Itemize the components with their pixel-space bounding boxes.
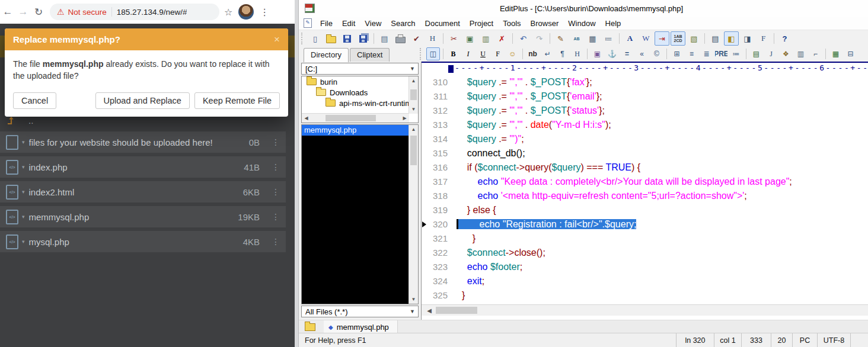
titlebar[interactable]: EditPlus - [C:\Users\burin\Downloads\mem… [299,0,868,17]
special-character-icon[interactable]: « [635,47,649,60]
print-preview-icon[interactable]: ▤ [377,31,392,46]
tab-settings-icon[interactable]: ⇥ [655,31,669,46]
bold-icon[interactable]: B [446,47,460,60]
pre-tag-icon[interactable]: PRE [714,47,728,60]
file-row[interactable]: </>▾index2.html6KB⋮ [0,181,286,203]
row-menu-icon[interactable]: ⋮ [272,187,280,197]
div-right-icon[interactable]: ≣ [700,47,713,60]
menu-file[interactable]: File [315,19,337,28]
cut-icon[interactable]: ✂ [446,31,461,46]
tree-vertical-scrollbar[interactable]: ▲ ▼ [409,76,418,114]
copy-icon[interactable]: ▣ [462,31,477,46]
bookmark-star-icon[interactable]: ☆ [224,7,232,18]
back-icon[interactable]: ← [0,6,15,18]
paragraph-tag-icon[interactable]: ¶ [556,47,569,60]
drive-select[interactable]: [C:] ▼ [301,63,419,75]
tree-node[interactable]: burin [302,76,409,87]
chevron-down-icon[interactable]: ▾ [22,139,25,145]
file-row[interactable]: ▾files for your website should be upload… [0,131,286,153]
code-line[interactable]: 319 } else { [422,203,868,217]
scroll-up-icon[interactable]: ▲ [409,125,418,134]
directory-window-icon[interactable]: ◧ [724,31,739,46]
chevron-down-icon[interactable]: ▾ [22,189,25,195]
code-line[interactable]: 312 $query .= "','" . $_POST{'status'}; [422,104,868,118]
menu-window[interactable]: Window [563,19,600,28]
tree-horizontal-scrollbar[interactable]: ◀ ▶ [302,113,409,123]
cliptext-window-icon[interactable]: ◨ [740,31,755,46]
browser-menu-icon[interactable]: ⋮ [260,7,269,18]
profile-avatar[interactable] [238,4,254,20]
script-tag-icon[interactable]: ▤ [749,47,763,60]
row-menu-icon[interactable]: ⋮ [272,137,280,147]
code-line[interactable]: 317 echo "Keep data : completely<br/>You… [422,175,868,189]
image-tag-icon[interactable]: ▣ [591,47,604,60]
table-tag-icon[interactable]: ⊞ [670,47,684,60]
scroll-right-icon[interactable]: ▶ [400,114,409,123]
list-tag-icon[interactable]: ≔ [729,47,743,60]
code-line[interactable]: 314 $query .= "')"; [422,132,868,146]
underline-icon[interactable]: U [476,47,490,60]
javascript-tag-icon[interactable]: J [764,47,778,60]
hex-view-icon[interactable]: H [425,31,440,46]
cancel-button[interactable]: Cancel [13,92,56,109]
file-row[interactable]: </>▾index.php41B⋮ [0,156,286,178]
end-tag-icon[interactable]: ⌐ [809,47,822,60]
spell-check-icon[interactable]: ✔ [409,31,424,46]
tree-node[interactable]: api-ms-win-crt-runtim [302,98,409,108]
file-row[interactable]: </>▾mysql.php4KB⋮ [0,231,286,252]
tree-node[interactable]: Downloads [302,87,409,98]
save-icon[interactable] [340,31,355,46]
code-line[interactable]: 320 echo "Registration : fail<br/>".$que… [422,217,868,232]
code-line[interactable]: 323 echo $footer; [422,260,868,274]
row-menu-icon[interactable]: ⋮ [272,237,280,246]
upload-and-replace-button[interactable]: Upload and Replace [95,92,190,109]
context-help-icon[interactable]: ? [777,31,792,46]
nbsp-tag-icon[interactable]: nb [526,47,540,60]
code-line[interactable]: 321 } [422,232,868,246]
delete-icon[interactable]: ✗ [494,31,509,46]
chevron-down-icon[interactable]: ▾ [22,214,25,220]
tree-hscroll-thumb[interactable] [326,115,376,121]
sort-lines-icon[interactable]: ≔ [601,31,616,46]
open-file-icon[interactable] [324,31,339,46]
row-menu-icon[interactable]: ⋮ [272,162,280,172]
toolbar-drag-handle-2[interactable] [420,48,423,60]
row-menu-icon[interactable]: ⋮ [272,212,280,221]
line-break-tag-icon[interactable]: ↵ [541,47,554,60]
new-document-icon[interactable]: ▯ [308,31,323,46]
set-font-icon[interactable]: A [623,31,637,46]
frame-tag-icon[interactable]: ⊟ [844,47,857,60]
chevron-down-icon[interactable]: ▾ [22,239,25,245]
tab-directory[interactable]: Directory [304,48,349,62]
document-icon[interactable]: ✎ [304,18,312,28]
output-window-icon[interactable]: ▤ [708,31,723,46]
menu-project[interactable]: Project [465,19,498,28]
menu-tools[interactable]: Tools [498,19,525,28]
tree-vscroll-thumb[interactable] [410,89,417,100]
code-line[interactable]: 322 $connect->close(); [422,246,868,260]
redo-icon[interactable]: ↷ [532,31,547,46]
print-icon[interactable] [393,31,408,46]
code-line[interactable]: 311 $query .= "','" . $_POST{'email'}; [422,89,868,104]
scroll-left-icon[interactable]: ◀ [424,305,435,316]
font-tag-icon[interactable]: F [491,47,505,60]
menu-help[interactable]: Help [601,19,626,28]
find-replace-icon[interactable]: AB [569,31,584,46]
applet-tag-icon[interactable]: ❖ [779,47,793,60]
scroll-down-icon[interactable]: ▼ [409,105,418,114]
editor-hscroll-thumb[interactable] [436,307,477,314]
undo-icon[interactable]: ↶ [516,31,531,46]
code-line[interactable]: 313 $query .= "','" . date("Y-m-d H:i:s"… [422,118,868,132]
reload-icon[interactable]: ↻ [31,6,46,18]
view-in-browser-icon[interactable]: ◫ [426,47,440,60]
folder-icon[interactable] [305,323,315,331]
file-row[interactable]: </>▾memmysql.php19KB⋮ [0,206,286,227]
security-label[interactable]: Not secure [68,8,107,17]
italic-icon[interactable]: I [461,47,475,60]
scroll-up-icon[interactable]: ▲ [409,76,418,85]
functions-window-icon[interactable]: F [756,31,771,46]
scroll-down-icon[interactable]: ▼ [409,295,418,304]
menu-document[interactable]: Document [420,19,465,28]
editor-horizontal-scrollbar[interactable]: ◀ [422,304,868,316]
keep-remote-file-button[interactable]: Keep Remote File [194,92,280,109]
